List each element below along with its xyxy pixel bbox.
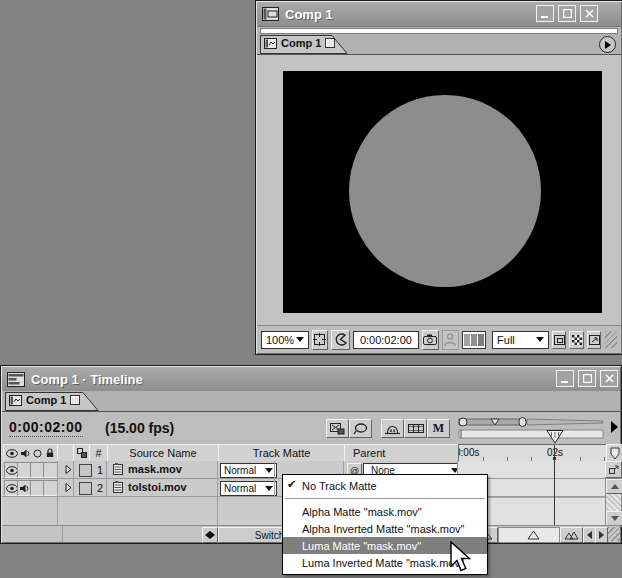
source-name-header[interactable]: Source Name (107, 444, 219, 462)
timeline-titlebar[interactable]: Comp 1 · Timeline (2, 367, 620, 392)
blend-mode-dropdown[interactable]: Normal (220, 463, 277, 478)
safe-areas-button[interactable] (312, 330, 329, 350)
blue-channel-bar (478, 334, 484, 346)
zoom-in-time-button[interactable] (560, 527, 583, 543)
pixel-aspect-button[interactable] (587, 331, 602, 349)
region-tool-button[interactable] (331, 330, 349, 350)
comp-viewer-window: Comp 1 (255, 0, 622, 355)
lock-toggle[interactable] (43, 480, 58, 496)
av-features-header[interactable] (3, 444, 58, 462)
comp-tab-icon (9, 395, 22, 406)
checkmark-icon: ✔ (287, 478, 296, 491)
motion-blur-m-label: M (433, 421, 444, 436)
mountains-icon (564, 530, 579, 540)
close-icon (605, 374, 614, 383)
comp-window-icon (262, 7, 279, 21)
current-time-indicator-line[interactable] (554, 445, 555, 525)
menu-item-no-track-matte[interactable]: ✔ No Track Matte (283, 477, 487, 494)
maximize-button[interactable] (578, 370, 596, 387)
expand-triangle-icon[interactable] (65, 465, 72, 474)
scroll-up-button[interactable] (606, 479, 622, 494)
scroll-down-button[interactable] (606, 511, 622, 526)
blend-mode-dropdown[interactable]: Normal (220, 481, 277, 496)
resize-grip[interactable] (605, 331, 618, 348)
resolution-dropdown[interactable]: Full (492, 331, 549, 349)
transparency-grid-button[interactable] (569, 331, 584, 349)
expand-triangle-icon[interactable] (65, 483, 72, 492)
resolution-value: Full (497, 334, 515, 346)
resize-grip[interactable] (608, 527, 621, 541)
blend-mode-value: Normal (224, 483, 256, 494)
column-divider (62, 526, 63, 542)
minimize-button[interactable] (536, 5, 554, 22)
shy-layers-button[interactable] (381, 419, 404, 438)
layer-name[interactable]: tolstoi.mov (128, 481, 187, 493)
arrow-down-icon (611, 516, 619, 521)
current-time-display[interactable]: 0:00:02:00 (9, 419, 83, 437)
close-button[interactable] (600, 370, 618, 387)
timeline-column-headers: # Source Name Track Matte Parent 0:00s 0… (2, 444, 620, 461)
maximize-icon (563, 9, 572, 18)
green-channel-bar (471, 334, 477, 346)
viewer-tab-comp1[interactable]: Comp 1 (260, 35, 348, 54)
eye-icon (6, 466, 18, 475)
chevron-down-icon (265, 468, 273, 473)
column-divider (73, 461, 74, 478)
tab-close-box[interactable] (70, 395, 80, 405)
show-channel-button[interactable] (442, 330, 459, 350)
expand-collapse-pane-button[interactable] (202, 527, 218, 543)
region-of-interest-button[interactable] (552, 331, 567, 349)
menu-separator (285, 498, 485, 499)
layer-label-chip[interactable] (79, 482, 92, 495)
maximize-button[interactable] (558, 5, 576, 22)
layer-label-chip[interactable] (79, 464, 92, 477)
arrow-up-icon (611, 484, 619, 489)
snapshot-button[interactable] (422, 330, 439, 350)
panel-menu-button[interactable] (599, 36, 616, 53)
desktop: Comp 1 (0, 0, 622, 578)
time-navigator[interactable] (457, 414, 607, 444)
time-zoom-slider[interactable] (498, 527, 560, 543)
current-time-field[interactable]: 0:00:02:00 (353, 331, 419, 349)
zoom-slider-thumb[interactable] (527, 530, 540, 540)
close-button[interactable] (580, 5, 598, 22)
footage-icon (112, 481, 124, 494)
time-ruler[interactable]: 0:00s 02s (458, 444, 607, 462)
scroll-right-button[interactable] (595, 527, 608, 543)
lock-toggle[interactable] (43, 462, 58, 478)
arrow-left-icon (587, 531, 592, 539)
layer-name[interactable]: mask.mov (128, 463, 182, 475)
rgb-channels-indicator[interactable] (462, 331, 486, 349)
eye-icon (6, 484, 18, 493)
mask-circle (349, 95, 541, 287)
track-matte-header[interactable]: Track Matte (218, 444, 345, 462)
magnification-value: 100% (266, 334, 294, 346)
comp-view-button[interactable] (326, 419, 349, 438)
vertical-scrollbar[interactable] (605, 478, 622, 527)
frame-rate-label: (15.00 fps) (105, 420, 174, 436)
menu-item-alpha-inverted-matte[interactable]: Alpha Inverted Matte "mask.mov" (283, 520, 487, 537)
tab-close-box[interactable] (325, 38, 335, 48)
layer-switches-header[interactable] (73, 444, 90, 462)
comp-marker-button[interactable] (605, 461, 622, 478)
layer-number-header[interactable]: # (89, 444, 108, 462)
source-name-label: Source Name (129, 447, 196, 459)
viewer-tabrow: Comp 1 (257, 34, 621, 55)
ruler-start-label: 0:00s (458, 447, 479, 458)
timeline-tab-comp1[interactable]: Comp 1 (5, 392, 99, 411)
arrow-right-icon (599, 531, 604, 539)
minimize-button[interactable] (556, 370, 574, 387)
close-icon (585, 9, 594, 18)
chevron-down-icon (536, 337, 544, 342)
menu-item-alpha-matte[interactable]: Alpha Matte "mask.mov" (283, 503, 487, 520)
camera-icon (423, 334, 437, 345)
parent-header[interactable]: Parent (344, 444, 467, 462)
flowchart-view-button[interactable] (349, 419, 372, 438)
magnification-dropdown[interactable]: 100% (261, 331, 309, 349)
minimize-icon (561, 375, 569, 383)
composition-canvas[interactable] (283, 71, 602, 313)
motion-blur-button[interactable]: M (427, 419, 450, 438)
comp-marker-bin[interactable] (606, 444, 622, 462)
timeline-expand-button[interactable] (608, 420, 620, 434)
frame-blend-button[interactable] (404, 419, 427, 438)
